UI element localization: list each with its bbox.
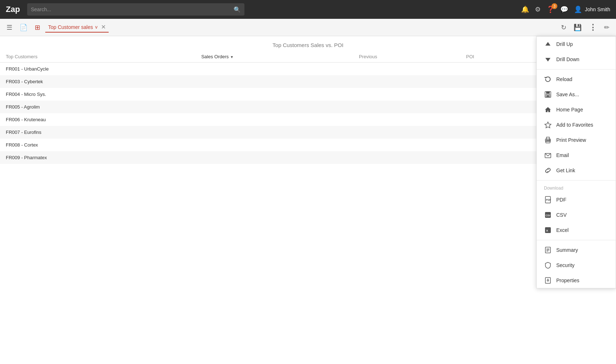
- cell-sales-orders: [196, 75, 353, 88]
- properties-icon: [544, 276, 552, 284]
- new-document-button[interactable]: 📄: [17, 22, 30, 33]
- cell-poi: [460, 101, 531, 113]
- svg-marker-0: [545, 42, 550, 46]
- table-row[interactable]: FR001 - UrbanCycle: [0, 63, 616, 76]
- svg-point-23: [547, 280, 549, 281]
- edit-button[interactable]: ✏: [602, 22, 612, 33]
- excel-icon: X: [544, 226, 552, 234]
- user-section[interactable]: 👤 John Smith: [574, 5, 610, 13]
- data-table: Top Customers Sales Orders ▼ Previous PO…: [0, 51, 616, 164]
- cell-poi: [460, 63, 531, 76]
- menu-item-security[interactable]: Security: [537, 258, 616, 273]
- cell-sales-orders: [196, 88, 353, 101]
- svg-rect-10: [549, 140, 550, 140]
- tab-version: v: [95, 24, 98, 30]
- main-content: Top Customers Sales vs. POI Top Customer…: [0, 36, 616, 364]
- menu-item-get-link[interactable]: Get Link: [537, 163, 616, 178]
- cell-sales-orders: [196, 101, 353, 113]
- divider-3: [537, 240, 616, 240]
- cell-sales-orders: [196, 126, 353, 139]
- report-title: Top Customers Sales vs. POI: [0, 36, 616, 51]
- menu-item-excel[interactable]: X Excel: [537, 223, 616, 238]
- download-section-label: Download: [537, 183, 616, 192]
- cell-poi: [460, 139, 531, 151]
- menu-item-reload[interactable]: Reload: [537, 72, 616, 87]
- bell-icon[interactable]: 🔔: [521, 5, 529, 13]
- help-icon[interactable]: ❓ 3: [546, 5, 554, 13]
- save-as-icon: [544, 90, 552, 98]
- tab-title: Top Customer sales: [48, 24, 93, 30]
- hamburger-button[interactable]: ☰: [4, 22, 14, 33]
- menu-label-drill-down: Drill Down: [556, 56, 579, 62]
- menu-label-properties: Properties: [556, 278, 579, 283]
- menu-item-email[interactable]: Email: [537, 148, 616, 163]
- toolbar-right: ↻ 💾 ⋮ ✏: [559, 21, 612, 34]
- cell-customer-name: FR004 - Micro Sys.: [0, 88, 196, 101]
- svg-text:PDF: PDF: [546, 199, 552, 201]
- menu-item-home-page[interactable]: Home Page: [537, 102, 616, 117]
- csv-icon: CSV: [544, 211, 552, 219]
- cell-customer-name: FR003 - Cybertek: [0, 75, 196, 88]
- print-icon: [544, 136, 552, 144]
- cell-customer-name: FR009 - Pharmatex: [0, 151, 196, 164]
- active-tab[interactable]: Top Customer sales v ✕: [45, 22, 109, 33]
- report-area: Top Customers Sales vs. POI Top Customer…: [0, 36, 616, 364]
- table-row[interactable]: FR003 - Cybertek: [0, 75, 616, 88]
- svg-text:CSV: CSV: [546, 214, 551, 217]
- notification-badge: 3: [552, 3, 557, 9]
- cell-poi: [460, 88, 531, 101]
- menu-item-properties[interactable]: Properties: [537, 273, 616, 288]
- table-row[interactable]: FR008 - Cortex: [0, 139, 616, 151]
- svg-marker-6: [545, 122, 551, 128]
- table-row[interactable]: FR005 - Agrolim: [0, 101, 616, 113]
- cell-sales-orders: [196, 113, 353, 126]
- grid-view-button[interactable]: ⊞: [33, 22, 42, 33]
- menu-item-print-preview[interactable]: Print Preview: [537, 132, 616, 148]
- svg-rect-8: [546, 137, 549, 140]
- search-input[interactable]: [31, 7, 234, 12]
- cell-customer-name: FR008 - Cortex: [0, 139, 196, 151]
- menu-item-save-as[interactable]: Save As...: [537, 87, 616, 102]
- security-icon: [544, 261, 552, 269]
- cell-previous: [353, 139, 460, 151]
- menu-item-drill-down[interactable]: Drill Down: [537, 52, 616, 67]
- svg-rect-3: [546, 92, 550, 94]
- table-row[interactable]: FR004 - Micro Sys.: [0, 88, 616, 101]
- menu-item-csv[interactable]: CSV CSV: [537, 207, 616, 223]
- menu-label-reload: Reload: [556, 76, 572, 82]
- cell-poi: [460, 75, 531, 88]
- user-avatar-icon: 👤: [574, 5, 582, 13]
- menu-label-print-preview: Print Preview: [556, 137, 586, 143]
- menu-item-summary[interactable]: Summary: [537, 242, 616, 258]
- menu-item-add-favorites[interactable]: Add to Favorites: [537, 117, 616, 132]
- save-button[interactable]: 💾: [571, 22, 584, 33]
- menu-item-drill-up[interactable]: Drill Up: [537, 37, 616, 52]
- app-logo: Zap: [6, 5, 20, 14]
- cell-sales-orders: [196, 139, 353, 151]
- summary-icon: [544, 246, 552, 254]
- cell-previous: [353, 113, 460, 126]
- star-icon: [544, 121, 552, 129]
- col-sales-orders[interactable]: Sales Orders ▼: [196, 51, 353, 63]
- search-icon: 🔍: [234, 6, 241, 13]
- more-options-button[interactable]: ⋮: [587, 21, 599, 34]
- col-poi[interactable]: POI: [460, 51, 531, 63]
- menu-label-csv: CSV: [556, 212, 567, 218]
- col-previous[interactable]: Previous: [353, 51, 460, 63]
- menu-item-pdf[interactable]: PDF PDF: [537, 192, 616, 207]
- refresh-button[interactable]: ↻: [559, 22, 569, 33]
- search-bar[interactable]: 🔍: [27, 3, 244, 16]
- cell-poi: [460, 113, 531, 126]
- svg-rect-22: [545, 278, 550, 283]
- toolbar-left: ☰ 📄 ⊞ Top Customer sales v ✕: [4, 22, 109, 33]
- cell-previous: [353, 75, 460, 88]
- table-row[interactable]: FR007 - Eurofins: [0, 126, 616, 139]
- chat-icon[interactable]: 💬: [560, 5, 568, 13]
- tab-close-button[interactable]: ✕: [101, 24, 106, 30]
- col-top-customers[interactable]: Top Customers: [0, 51, 196, 63]
- table-row[interactable]: FR009 - Pharmatex: [0, 151, 616, 164]
- table-row[interactable]: FR006 - Kruteneau: [0, 113, 616, 126]
- menu-label-excel: Excel: [556, 227, 569, 233]
- menu-label-pdf: PDF: [556, 197, 566, 203]
- gear-icon[interactable]: ⚙: [535, 5, 541, 13]
